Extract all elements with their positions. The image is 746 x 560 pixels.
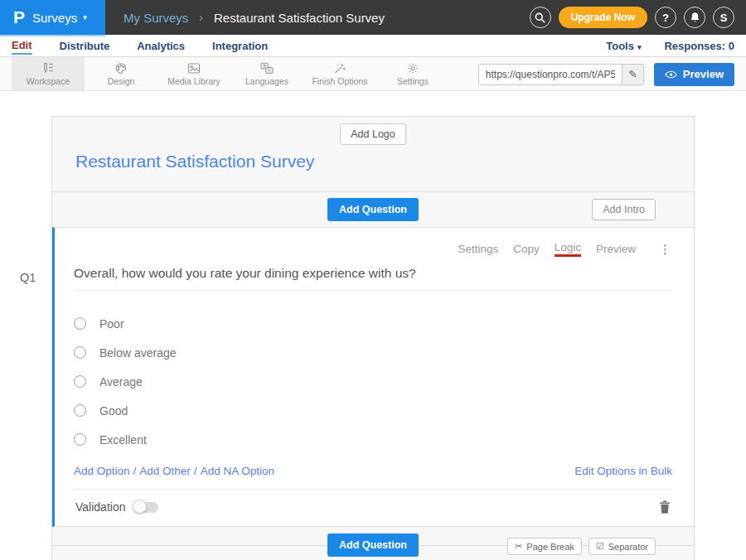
toolbar-item-settings[interactable]: Settings	[376, 57, 449, 90]
survey-header: Add Logo Restaurant Satisfaction Survey	[52, 117, 694, 192]
radio-icon[interactable]	[74, 346, 86, 359]
question-copy-link[interactable]: Copy	[513, 243, 540, 255]
link-separator: /	[194, 465, 197, 477]
bell-icon	[690, 12, 700, 23]
add-logo-button[interactable]: Add Logo	[340, 123, 406, 145]
toolbar-item-design[interactable]: Design	[85, 57, 157, 90]
toolbar-item-label: Finish Options	[312, 76, 367, 86]
help-button[interactable]: ?	[655, 7, 676, 28]
page-break-button[interactable]: ✂ Page Break	[507, 538, 582, 555]
avatar-initial: S	[720, 12, 728, 24]
option-label[interactable]: Average	[99, 375, 143, 389]
edit-options-in-bulk-link[interactable]: Edit Options in Bulk	[574, 465, 672, 477]
radio-icon[interactable]	[74, 317, 86, 330]
kebab-menu-icon[interactable]: ⋮	[659, 242, 672, 257]
trash-icon	[659, 500, 671, 514]
toggle-knob[interactable]	[133, 500, 147, 514]
product-name: Surveys	[32, 11, 77, 25]
question-preview-link[interactable]: Preview	[596, 243, 636, 255]
gear-icon	[406, 62, 419, 75]
account-avatar[interactable]: S	[713, 7, 734, 28]
question-mark-icon: ?	[662, 12, 669, 24]
toolbar-item-finish-options[interactable]: Finish Options	[303, 57, 376, 90]
secondary-nav: Edit Distribute Analytics Integration To…	[0, 35, 746, 57]
tab-analytics[interactable]: Analytics	[137, 38, 185, 54]
notifications-button[interactable]	[684, 7, 705, 28]
image-icon	[187, 62, 201, 75]
breadcrumb-my-surveys[interactable]: My Surveys	[124, 11, 188, 25]
option-label[interactable]: Poor	[99, 317, 124, 331]
option-row-average[interactable]: Average	[74, 367, 672, 396]
option-label[interactable]: Excellent	[99, 433, 147, 447]
nav-right-group: Tools▾ Responses: 0	[606, 40, 734, 52]
option-label[interactable]: Good	[99, 404, 128, 418]
link-separator: /	[133, 465, 137, 477]
add-intro-button[interactable]: Add Intro	[592, 199, 656, 220]
toolbar-item-label: Design	[108, 76, 135, 86]
delete-question-button[interactable]	[659, 500, 671, 514]
toolbar-item-workspace[interactable]: Workspace	[12, 57, 85, 90]
toolbar-item-label: Media Library	[167, 76, 220, 86]
survey-card: Add Logo Restaurant Satisfaction Survey …	[51, 116, 695, 560]
chevron-down-icon: ▾	[83, 13, 87, 22]
add-option-link[interactable]: Add Option	[74, 465, 130, 477]
separator-box-icon: ☑	[596, 541, 604, 552]
option-label[interactable]: Below average	[99, 346, 177, 360]
tab-distribute[interactable]: Distribute	[60, 38, 110, 54]
upgrade-now-button[interactable]: Upgrade Now	[559, 7, 647, 28]
toolbar-item-media-library[interactable]: Media Library	[157, 57, 230, 90]
option-row-good[interactable]: Good	[74, 396, 672, 425]
magic-wand-icon	[333, 62, 346, 75]
scissors-icon: ✂	[515, 541, 522, 552]
top-bar: P Surveys ▾ My Surveys › Restaurant Sati…	[0, 0, 746, 35]
radio-icon[interactable]	[74, 433, 86, 446]
bottom-band: Add Question ✂ Page Break ☑ Separator	[52, 527, 694, 560]
separator-button[interactable]: ☑ Separator	[589, 538, 656, 555]
toolbar-item-label: Settings	[397, 76, 429, 86]
add-question-button-bottom[interactable]: Add Question	[327, 533, 419, 557]
logo-accent-strip	[0, 35, 105, 36]
add-question-band-top: Add Question Add Intro	[52, 192, 694, 227]
radio-icon[interactable]	[74, 375, 86, 388]
question-number-label: Q1	[20, 271, 36, 284]
translate-icon: A	[260, 62, 274, 75]
add-other-link[interactable]: Add Other	[139, 465, 191, 477]
question-text[interactable]: Overall, how would you rate your dining …	[74, 266, 672, 291]
chevron-down-icon: ▾	[637, 43, 642, 51]
toolbar-item-label: Workspace	[27, 76, 70, 86]
edit-url-button[interactable]: ✎	[622, 65, 643, 84]
toolbar-item-languages[interactable]: A Languages	[230, 57, 303, 90]
validation-toggle[interactable]	[133, 502, 158, 513]
question-settings-link[interactable]: Settings	[458, 243, 498, 255]
survey-url-input[interactable]	[479, 65, 622, 84]
tab-integration[interactable]: Integration	[212, 38, 268, 54]
responses-count[interactable]: Responses: 0	[664, 40, 734, 52]
question-block-q1: Q1 Settings Copy Logic Preview ⋮ Overall…	[52, 227, 694, 527]
add-option-links: Add Option/Add Other/Add NA Option	[74, 465, 274, 477]
question-logic-link[interactable]: Logic	[555, 241, 581, 257]
toolbar-item-label: Languages	[245, 76, 288, 86]
pencil-icon: ✎	[628, 68, 637, 80]
tab-edit[interactable]: Edit	[12, 37, 32, 55]
validation-label: Validation	[75, 500, 125, 514]
radio-icon[interactable]	[74, 404, 86, 417]
app-logo-menu[interactable]: P Surveys ▾	[0, 0, 105, 35]
survey-url-group: ✎	[478, 64, 644, 85]
bottom-right-buttons: ✂ Page Break ☑ Separator	[507, 538, 656, 555]
main-content: Add Logo Restaurant Satisfaction Survey …	[0, 91, 746, 560]
add-na-option-link[interactable]: Add NA Option	[201, 465, 274, 477]
option-row-below-average[interactable]: Below average	[74, 338, 672, 367]
option-row-excellent[interactable]: Excellent	[74, 425, 672, 454]
option-row-poor[interactable]: Poor	[74, 309, 672, 338]
survey-title[interactable]: Restaurant Satisfaction Survey	[75, 152, 671, 171]
add-question-button-top[interactable]: Add Question	[327, 198, 419, 221]
editor-toolbar: Workspace Design Media Library A Languag…	[0, 57, 746, 91]
option-links-row: Add Option/Add Other/Add NA Option Edit …	[74, 465, 672, 477]
answer-options: Poor Below average Average Good Excellen…	[74, 309, 672, 454]
preview-button[interactable]: Preview	[654, 63, 734, 86]
tools-menu[interactable]: Tools▾	[606, 40, 641, 52]
workspace-icon	[41, 62, 55, 75]
breadcrumb: My Surveys › Restaurant Satisfaction Sur…	[124, 11, 385, 25]
topbar-actions: Upgrade Now ? S	[530, 0, 734, 35]
search-button[interactable]	[530, 7, 551, 28]
